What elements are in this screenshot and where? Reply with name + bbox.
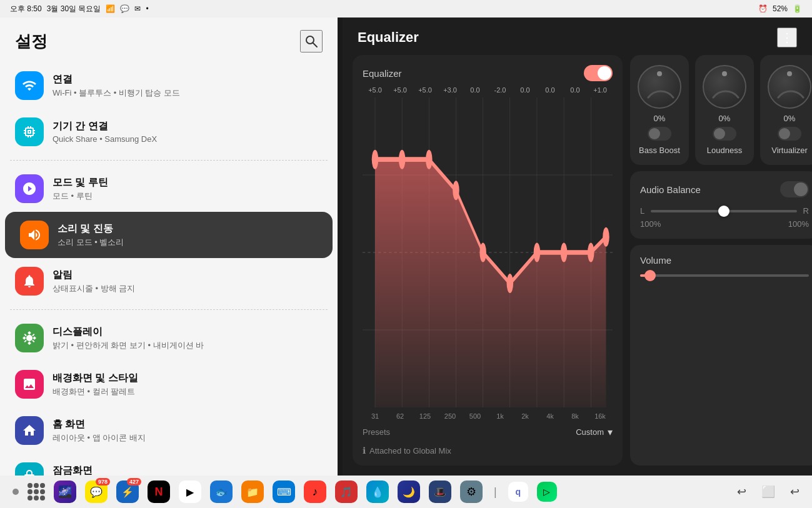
nav-app-google-play-2[interactable]: ▷: [537, 482, 557, 502]
info-icon: ℹ: [363, 446, 366, 456]
eq-val-3: +3.0: [438, 86, 463, 94]
balance-thumb: [718, 206, 729, 217]
eq-freq-62: 62: [388, 412, 413, 420]
settings-list: 연결 Wi-Fi • 블루투스 • 비행기 탑승 모드 기기 간 연결 Quic…: [0, 62, 338, 476]
notifications-icon: [15, 267, 44, 296]
eq-val-1: +5.0: [388, 86, 413, 94]
eq-val-4: 0.0: [463, 86, 488, 94]
nav-app-fedora[interactable]: 🎩: [429, 481, 451, 503]
nav-app-netflix[interactable]: N: [148, 481, 170, 503]
eq-freq-4k: 4k: [538, 412, 563, 420]
eq-more-button[interactable]: ⋮: [777, 27, 797, 47]
nav-back-button[interactable]: ↩: [790, 485, 799, 499]
connection-title: 연결: [53, 73, 323, 86]
svg-point-20: [507, 274, 514, 293]
eq-freq-16k: 16k: [588, 412, 613, 420]
eq-attached-row: ℹ Attached to Global Mix: [363, 446, 613, 456]
volume-card: Volume: [630, 245, 812, 466]
nav-app-settings[interactable]: ⚙: [460, 481, 483, 503]
eq-preset-dropdown[interactable]: Custom ▾: [576, 426, 613, 438]
nav-app-moon[interactable]: 🌙: [398, 481, 420, 503]
nav-app-grid-button[interactable]: [28, 483, 45, 501]
eq-freq-250: 250: [438, 412, 463, 420]
nav-app-music[interactable]: ♪: [304, 481, 326, 503]
virtualizer-toggle[interactable]: [778, 127, 801, 141]
settings-item-display[interactable]: 디스플레이 밝기 • 편안하게 화면 보기 • 내비게이션 바: [0, 315, 338, 361]
nav-app-folder[interactable]: 📁: [241, 481, 264, 503]
balance-l-label: L: [640, 206, 644, 216]
settings-item-home[interactable]: 홈 화면 레이아웃 • 앱 아이콘 배지: [0, 407, 338, 454]
home-sub: 레이아웃 • 앱 아이콘 배지: [53, 432, 323, 444]
sound-title: 소리 및 진동: [58, 222, 318, 236]
home-text: 홈 화면 레이아웃 • 앱 아이콘 배지: [53, 418, 323, 444]
display-title: 디스플레이: [53, 326, 323, 339]
settings-item-device-connect[interactable]: 기기 간 연결 Quick Share • Samsung DeX: [0, 109, 338, 155]
eq-chart-section: Equalizer +5.0 +5.0 +5.0 +3.0 0.0 -2.0 0…: [353, 55, 623, 466]
eq-val-9: +1.0: [588, 86, 613, 94]
nav-app-qwant[interactable]: q: [508, 482, 528, 502]
eq-presets-label: Presets: [363, 427, 390, 437]
eq-freq-2k: 2k: [513, 412, 538, 420]
bass-boost-knob[interactable]: [638, 65, 681, 109]
nav-dot-indicator: [13, 489, 19, 495]
svg-point-2: [26, 335, 33, 341]
device-connect-title: 기기 간 연결: [53, 120, 323, 133]
settings-item-notifications[interactable]: 알림 상태표시줄 • 방해 금지: [0, 258, 338, 304]
nav-home-button[interactable]: ⬜: [761, 485, 775, 499]
nav-app-swipe[interactable]: ⚡ 427: [116, 481, 139, 503]
settings-item-wallpaper[interactable]: 배경화면 및 스타일 배경화면 • 컬러 팔레트: [0, 361, 338, 407]
eq-chart-area: [363, 97, 613, 407]
settings-item-connection[interactable]: 연결 Wi-Fi • 블루투스 • 비행기 탑승 모드: [0, 62, 338, 109]
balance-track[interactable]: [651, 210, 796, 212]
volume-track[interactable]: [640, 274, 809, 277]
loudness-knob[interactable]: [703, 65, 746, 109]
email-icon: ✉: [134, 4, 141, 13]
eq-val-2: +5.0: [413, 86, 438, 94]
sound-text: 소리 및 진동 소리 모드 • 벨소리: [58, 222, 318, 248]
nav-app-eq-app[interactable]: 🎵: [335, 481, 358, 503]
settings-item-sound[interactable]: 소리 및 진동 소리 모드 • 벨소리: [5, 212, 333, 258]
audio-balance-card: Audio Balance L R 100% 100%: [630, 171, 812, 239]
svg-point-22: [561, 243, 568, 262]
nav-app-nebula[interactable]: 🌌: [54, 481, 76, 503]
eq-dropdown-arrow-icon: ▾: [608, 426, 613, 438]
eq-val-7: 0.0: [538, 86, 563, 94]
nav-recent-button[interactable]: ↩: [737, 485, 746, 499]
loudness-name: Loudness: [707, 146, 742, 155]
nav-app-appstore[interactable]: 🐟: [210, 481, 233, 503]
eq-preset-value: Custom: [576, 427, 604, 437]
grid-dot-8: [34, 496, 39, 501]
grid-dot-3: [40, 483, 45, 488]
svg-point-17: [426, 150, 433, 169]
nav-app-fluid[interactable]: 💧: [366, 481, 389, 503]
balance-toggle[interactable]: [780, 181, 809, 197]
nav-app-kakao[interactable]: 💬 978: [85, 481, 108, 503]
wallpaper-icon: [15, 370, 44, 399]
svg-point-15: [372, 150, 379, 169]
svg-point-21: [534, 243, 541, 262]
settings-header: 설정: [0, 17, 338, 62]
balance-pct-row: 100% 100%: [640, 219, 809, 229]
nav-separator: |: [494, 486, 497, 499]
bottom-nav: 🌌 💬 978 ⚡ 427 N ▶ 🐟 📁 ⌨ ♪ 🎵: [0, 476, 812, 508]
eq-freq-row: 31 62 125 250 500 1k 2k 4k 8k 16k: [363, 412, 613, 420]
eq-effects-section: 0% Bass Boost 0% Loudness: [630, 55, 812, 466]
settings-item-modes[interactable]: 모드 및 루틴 모드 • 루틴: [0, 166, 338, 212]
connection-icon: [15, 71, 44, 100]
settings-panel: 설정 연결 Wi-Fi • 블루투스 • 비행기 탑승 모드 기기: [0, 17, 338, 476]
eq-label: Equalizer: [363, 68, 402, 79]
nav-app-swiftkey[interactable]: ⌨: [273, 481, 295, 503]
bass-boost-toggle[interactable]: [648, 127, 671, 141]
balance-header: Audio Balance: [640, 181, 809, 197]
balance-title: Audio Balance: [640, 184, 701, 195]
settings-search-button[interactable]: [300, 30, 323, 52]
virtualizer-knob[interactable]: [768, 65, 811, 109]
eq-toggle-switch[interactable]: [584, 65, 613, 81]
grid-dot-9: [40, 496, 45, 501]
loudness-toggle[interactable]: [713, 127, 736, 141]
settings-item-lockscreen[interactable]: 잠금화면 화면 잠금 방식: [0, 454, 338, 476]
display-icon: [15, 324, 44, 352]
swipe-badge: 427: [127, 478, 141, 486]
equalizer-panel: Equalizer ⋮ Equalizer +5.0 +5.0 +5.0 +3.…: [343, 17, 812, 476]
nav-app-google-play[interactable]: ▶: [179, 481, 201, 503]
